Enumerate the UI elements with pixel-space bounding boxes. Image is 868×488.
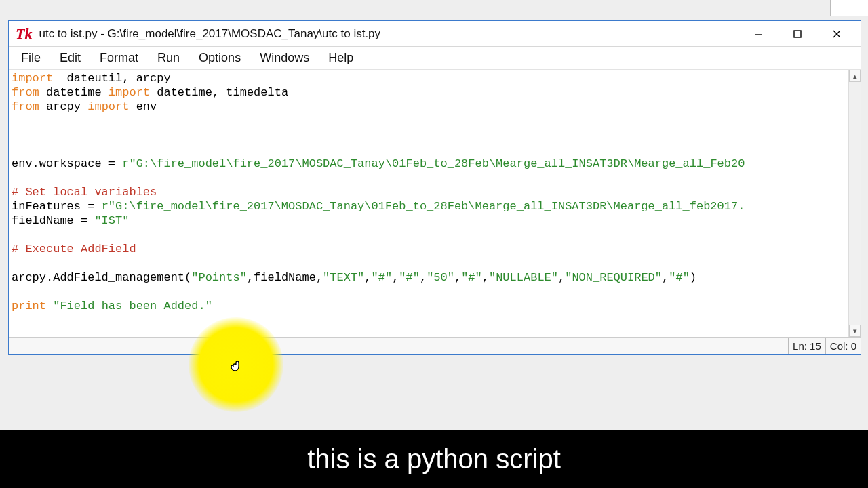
vertical-scrollbar[interactable]: ▴ ▾	[848, 70, 861, 337]
close-button[interactable]	[817, 23, 856, 45]
menu-options[interactable]: Options	[189, 47, 250, 68]
status-line: Ln: 15	[788, 338, 825, 354]
window-title: utc to ist.py - G:\fire_model\fire_2017\…	[39, 27, 738, 41]
caption-text: this is a python script	[307, 444, 561, 474]
menu-file[interactable]: File	[12, 47, 50, 68]
editor-area: import dateutil, arcpy from datetime imp…	[9, 70, 861, 337]
status-col: Col: 0	[825, 338, 861, 354]
menu-help[interactable]: Help	[319, 47, 363, 68]
svg-rect-1	[794, 30, 801, 37]
caption-bar: this is a python script	[0, 430, 868, 488]
scroll-down-icon[interactable]: ▾	[849, 325, 861, 337]
hand-cursor-icon	[229, 359, 245, 375]
maximize-button[interactable]	[778, 23, 817, 45]
background-window-fragment	[830, 0, 868, 16]
menu-format[interactable]: Format	[90, 47, 148, 68]
menu-edit[interactable]: Edit	[50, 47, 90, 68]
window-controls	[738, 23, 856, 45]
title-bar[interactable]: Tk utc to ist.py - G:\fire_model\fire_20…	[9, 21, 861, 47]
status-bar: Ln: 15 Col: 0	[9, 337, 861, 354]
idle-editor-window: Tk utc to ist.py - G:\fire_model\fire_20…	[8, 20, 861, 355]
menu-run[interactable]: Run	[148, 47, 189, 68]
minimize-button[interactable]	[738, 23, 778, 45]
tk-logo-icon: Tk	[16, 25, 32, 43]
menu-windows[interactable]: Windows	[250, 47, 319, 68]
scroll-up-icon[interactable]: ▴	[849, 70, 861, 82]
code-editor[interactable]: import dateutil, arcpy from datetime imp…	[9, 70, 848, 337]
menu-bar: File Edit Format Run Options Windows Hel…	[9, 47, 861, 70]
